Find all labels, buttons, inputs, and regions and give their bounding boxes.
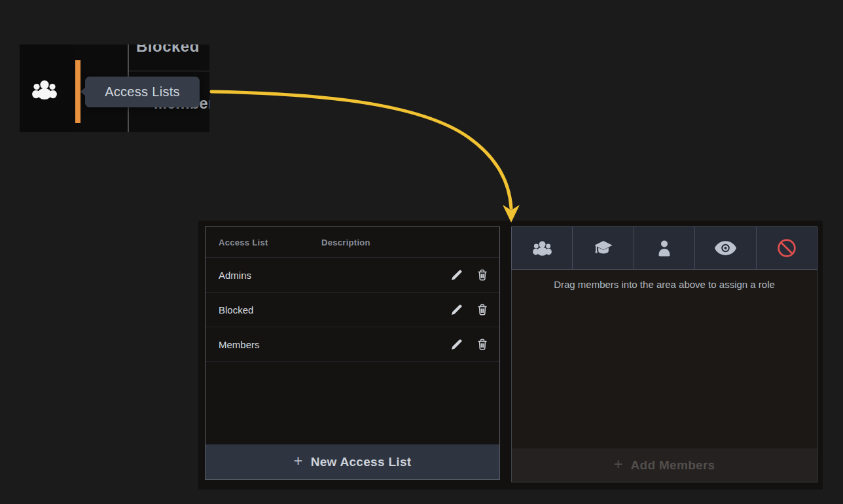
pencil-icon: [451, 270, 462, 281]
access-lists-panel: Access List Description Admins: [205, 226, 500, 480]
active-indicator: [75, 60, 81, 123]
delete-button[interactable]: [477, 269, 488, 281]
sidebar-strip: [20, 45, 75, 132]
header-description: Description: [321, 238, 370, 247]
new-access-list-button[interactable]: + New Access List: [206, 444, 499, 479]
divider: [129, 71, 209, 71]
add-members-label: Add Members: [631, 458, 715, 473]
drag-hint: Drag members into the area above to assi…: [512, 279, 817, 290]
edit-button[interactable]: [451, 339, 462, 350]
trash-icon: [477, 338, 488, 350]
person-icon: [656, 240, 672, 257]
roles-panel: Drag members into the area above to assi…: [511, 226, 817, 482]
edit-button[interactable]: [451, 304, 462, 315]
plus-icon: +: [294, 452, 303, 470]
people-group-icon: [532, 240, 552, 256]
people-group-icon[interactable]: [31, 79, 58, 100]
graduation-cap-icon: [594, 240, 613, 257]
trash-icon: [477, 304, 488, 315]
role-tab-blocked[interactable]: [756, 227, 817, 269]
delete-button[interactable]: [477, 338, 488, 350]
role-tab-managers[interactable]: [572, 227, 633, 269]
trash-icon: [477, 269, 488, 281]
partial-row-blocked: Blocked: [136, 45, 200, 56]
role-tab-members[interactable]: [634, 227, 694, 269]
plus-icon: +: [614, 455, 623, 473]
eye-icon: [714, 240, 737, 256]
header-access-list: Access List: [206, 238, 321, 247]
sidebar-preview: Blocked Members Access Lists: [20, 45, 209, 132]
tooltip-label: Access Lists: [105, 84, 180, 99]
delete-button[interactable]: [477, 304, 488, 315]
role-tabs: [511, 226, 817, 270]
panels-container: Access List Description Admins: [198, 221, 823, 490]
row-label: Members: [206, 339, 321, 350]
pencil-icon: [451, 339, 462, 350]
table-row[interactable]: Members: [206, 327, 499, 362]
new-access-list-label: New Access List: [311, 455, 412, 469]
role-tab-admins[interactable]: [512, 227, 572, 269]
edit-button[interactable]: [451, 270, 462, 281]
role-tab-viewers[interactable]: [694, 227, 755, 269]
row-label: Admins: [206, 270, 321, 281]
pencil-icon: [451, 304, 462, 315]
table-header: Access List Description: [206, 227, 499, 258]
table-row[interactable]: Admins: [206, 258, 499, 293]
row-label: Blocked: [206, 304, 321, 315]
add-members-button[interactable]: + Add Members: [512, 448, 817, 482]
ban-icon: [777, 238, 797, 258]
access-lists-tooltip: Access Lists: [85, 77, 200, 107]
drop-zone[interactable]: Drag members into the area above to assi…: [511, 270, 817, 482]
table-row[interactable]: Blocked: [206, 293, 499, 327]
